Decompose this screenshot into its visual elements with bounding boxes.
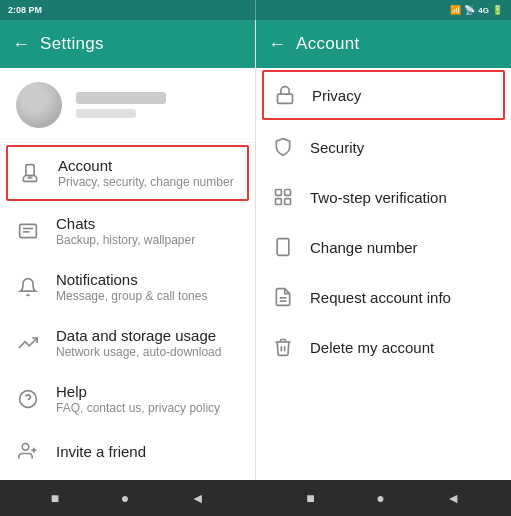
request-info-label: Request account info bbox=[310, 289, 451, 306]
notifications-item-text: Notifications Message, group & call tone… bbox=[56, 271, 239, 303]
security-label: Security bbox=[310, 139, 364, 156]
time: 2:08 PM bbox=[8, 5, 42, 15]
signal-icon: 📶 bbox=[450, 5, 461, 15]
two-step-icon bbox=[272, 186, 294, 208]
data-storage-label: Data and storage usage bbox=[56, 327, 239, 344]
nav-right: ■ ● ◄ bbox=[256, 480, 512, 516]
help-label: Help bbox=[56, 383, 239, 400]
wifi-icon: 📡 bbox=[464, 5, 475, 15]
invite-icon bbox=[16, 439, 40, 463]
help-item[interactable]: Help FAQ, contact us, privacy policy bbox=[0, 371, 255, 427]
profile-status bbox=[76, 109, 136, 118]
data-storage-item[interactable]: Data and storage usage Network usage, au… bbox=[0, 315, 255, 371]
help-icon bbox=[16, 387, 40, 411]
account-app-bar: ← Account bbox=[256, 20, 511, 68]
account-title: Account bbox=[296, 34, 360, 54]
invite-item-text: Invite a friend bbox=[56, 443, 239, 460]
account-label: Account bbox=[58, 157, 237, 174]
data-storage-sublabel: Network usage, auto-download bbox=[56, 345, 239, 359]
account-panel: ← Account Privacy Security bbox=[255, 20, 511, 480]
privacy-item[interactable]: Privacy bbox=[262, 70, 505, 120]
profile-row[interactable] bbox=[0, 68, 255, 143]
account-icon bbox=[18, 161, 42, 185]
notifications-icon bbox=[16, 275, 40, 299]
status-bar: 2:08 PM 📶 📡 4G 🔋 bbox=[0, 0, 511, 20]
status-bar-left: 2:08 PM bbox=[0, 0, 255, 20]
nav-circle-left[interactable]: ● bbox=[121, 490, 129, 506]
svg-rect-10 bbox=[276, 190, 282, 196]
data-storage-icon bbox=[16, 331, 40, 355]
delete-account-item[interactable]: Delete my account bbox=[256, 322, 511, 372]
svg-rect-11 bbox=[285, 190, 291, 196]
privacy-icon bbox=[274, 84, 296, 106]
svg-rect-0 bbox=[26, 165, 34, 176]
account-back-icon[interactable]: ← bbox=[268, 34, 286, 55]
help-item-text: Help FAQ, contact us, privacy policy bbox=[56, 383, 239, 415]
change-number-label: Change number bbox=[310, 239, 418, 256]
privacy-label: Privacy bbox=[312, 87, 361, 104]
security-icon bbox=[272, 136, 294, 158]
request-info-item[interactable]: Request account info bbox=[256, 272, 511, 322]
svg-point-6 bbox=[22, 444, 29, 451]
chats-icon bbox=[16, 219, 40, 243]
svg-rect-12 bbox=[276, 199, 282, 205]
nav-circle-right[interactable]: ● bbox=[376, 490, 384, 506]
svg-rect-9 bbox=[278, 94, 293, 103]
security-item[interactable]: Security bbox=[256, 122, 511, 172]
chats-item-text: Chats Backup, history, wallpaper bbox=[56, 215, 239, 247]
notifications-sublabel: Message, group & call tones bbox=[56, 289, 239, 303]
request-info-icon bbox=[272, 286, 294, 308]
account-item[interactable]: Account Privacy, security, change number bbox=[6, 145, 249, 201]
nav-back-left[interactable]: ◄ bbox=[191, 490, 205, 506]
account-sublabel: Privacy, security, change number bbox=[58, 175, 237, 189]
bottom-nav: ■ ● ◄ ■ ● ◄ bbox=[0, 480, 511, 516]
main-panels: ← Settings Account Privacy, security, ch… bbox=[0, 20, 511, 480]
invite-label: Invite a friend bbox=[56, 443, 239, 460]
settings-panel: ← Settings Account Privacy, security, ch… bbox=[0, 20, 255, 480]
help-sublabel: FAQ, contact us, privacy policy bbox=[56, 401, 239, 415]
change-number-icon bbox=[272, 236, 294, 258]
chats-item[interactable]: Chats Backup, history, wallpaper bbox=[0, 203, 255, 259]
profile-name bbox=[76, 92, 166, 104]
nav-left: ■ ● ◄ bbox=[0, 480, 256, 516]
nav-square-left[interactable]: ■ bbox=[51, 490, 59, 506]
two-step-item[interactable]: Two-step verification bbox=[256, 172, 511, 222]
settings-title: Settings bbox=[40, 34, 104, 54]
battery-icon: 🔋 bbox=[492, 5, 503, 15]
svg-rect-13 bbox=[285, 199, 291, 205]
chats-sublabel: Backup, history, wallpaper bbox=[56, 233, 239, 247]
chats-label: Chats bbox=[56, 215, 239, 232]
change-number-item[interactable]: Change number bbox=[256, 222, 511, 272]
avatar bbox=[16, 82, 62, 128]
delete-account-icon bbox=[272, 336, 294, 358]
data-storage-item-text: Data and storage usage Network usage, au… bbox=[56, 327, 239, 359]
settings-back-icon[interactable]: ← bbox=[12, 34, 30, 55]
account-item-text: Account Privacy, security, change number bbox=[58, 157, 237, 189]
nav-square-right[interactable]: ■ bbox=[306, 490, 314, 506]
profile-info bbox=[76, 92, 166, 118]
network-icon: 4G bbox=[478, 6, 489, 15]
nav-back-right[interactable]: ◄ bbox=[446, 490, 460, 506]
invite-item[interactable]: Invite a friend bbox=[0, 427, 255, 475]
notifications-item[interactable]: Notifications Message, group & call tone… bbox=[0, 259, 255, 315]
delete-account-label: Delete my account bbox=[310, 339, 434, 356]
two-step-label: Two-step verification bbox=[310, 189, 447, 206]
notifications-label: Notifications bbox=[56, 271, 239, 288]
status-bar-right: 📶 📡 4G 🔋 bbox=[256, 0, 511, 20]
settings-app-bar: ← Settings bbox=[0, 20, 255, 68]
